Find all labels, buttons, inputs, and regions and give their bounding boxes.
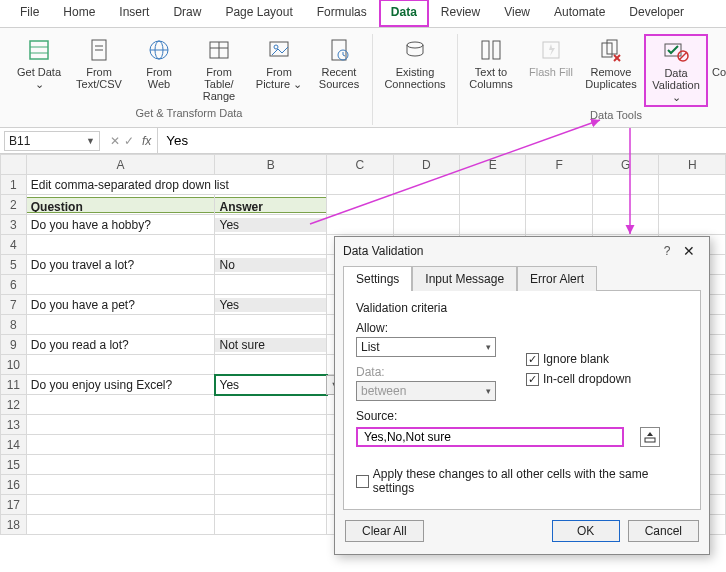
- cell[interactable]: [526, 195, 592, 215]
- cell[interactable]: Do you have a pet?: [26, 295, 215, 315]
- tab-developer[interactable]: Developer: [617, 0, 696, 27]
- cell[interactable]: [26, 415, 215, 435]
- row-header[interactable]: 14: [1, 435, 27, 455]
- col-header-D[interactable]: D: [393, 155, 459, 175]
- row-header[interactable]: 10: [1, 355, 27, 375]
- cell[interactable]: [215, 275, 327, 295]
- tab-automate[interactable]: Automate: [542, 0, 617, 27]
- from-web-button[interactable]: From Web: [132, 34, 186, 105]
- cell[interactable]: [592, 195, 658, 215]
- tab-review[interactable]: Review: [429, 0, 492, 27]
- cell[interactable]: Do you read a lot?: [26, 335, 215, 355]
- incell-dropdown-checkbox[interactable]: ✓ In-cell dropdown: [526, 372, 631, 386]
- row-header[interactable]: 13: [1, 415, 27, 435]
- tab-input-message[interactable]: Input Message: [412, 266, 517, 291]
- cell[interactable]: [459, 215, 525, 235]
- dialog-titlebar[interactable]: Data Validation ? ✕: [335, 237, 709, 265]
- cell[interactable]: [215, 435, 327, 455]
- row-header[interactable]: 8: [1, 315, 27, 335]
- cell[interactable]: [215, 495, 327, 515]
- row-header[interactable]: 12: [1, 395, 27, 415]
- cell[interactable]: [592, 215, 658, 235]
- cell-title[interactable]: Edit comma-separated drop down list: [26, 175, 326, 195]
- data-validation-button[interactable]: Data Validation ⌄: [644, 34, 708, 107]
- row-header[interactable]: 17: [1, 495, 27, 515]
- cell[interactable]: [215, 355, 327, 375]
- existing-connections-button[interactable]: Existing Connections: [379, 34, 451, 93]
- cell[interactable]: [26, 455, 215, 475]
- help-button[interactable]: ?: [657, 244, 677, 258]
- col-header-G[interactable]: G: [592, 155, 658, 175]
- row-header[interactable]: 1: [1, 175, 27, 195]
- col-header-F[interactable]: F: [526, 155, 592, 175]
- cell[interactable]: [215, 515, 327, 535]
- close-icon[interactable]: ✕: [677, 243, 701, 259]
- cell[interactable]: [215, 235, 327, 255]
- cell[interactable]: [393, 175, 459, 195]
- row-header[interactable]: 11: [1, 375, 27, 395]
- cell[interactable]: [26, 235, 215, 255]
- ok-button[interactable]: OK: [552, 520, 620, 542]
- tab-settings[interactable]: Settings: [343, 266, 412, 291]
- cell[interactable]: [526, 215, 592, 235]
- cell[interactable]: [459, 195, 525, 215]
- cancel-entry-icon[interactable]: ✕: [110, 134, 120, 148]
- recent-sources-button[interactable]: Recent Sources: [312, 34, 366, 105]
- cell-header-question[interactable]: Question: [26, 195, 215, 215]
- col-header-C[interactable]: C: [327, 155, 393, 175]
- range-picker-button[interactable]: [640, 427, 660, 447]
- row-header[interactable]: 7: [1, 295, 27, 315]
- name-box[interactable]: B11 ▼: [4, 131, 100, 151]
- formula-input[interactable]: [158, 128, 726, 153]
- cell[interactable]: Do you have a hobby?: [26, 215, 215, 235]
- source-input[interactable]: [362, 429, 618, 445]
- flash-fill-button[interactable]: Flash Fill: [524, 34, 578, 107]
- row-header[interactable]: 18: [1, 515, 27, 535]
- cell[interactable]: Do you travel a lot?: [26, 255, 215, 275]
- col-header-E[interactable]: E: [459, 155, 525, 175]
- fx-icon[interactable]: fx: [142, 134, 151, 148]
- cell-answer[interactable]: Yes: [215, 295, 327, 315]
- cell[interactable]: [526, 175, 592, 195]
- cell[interactable]: [215, 315, 327, 335]
- clear-all-button[interactable]: Clear All: [345, 520, 424, 542]
- row-header[interactable]: 2: [1, 195, 27, 215]
- cancel-button[interactable]: Cancel: [628, 520, 699, 542]
- tab-view[interactable]: View: [492, 0, 542, 27]
- cell[interactable]: [327, 195, 393, 215]
- cell-selected[interactable]: Yes ▼: [215, 375, 327, 395]
- from-table-range-button[interactable]: From Table/ Range: [192, 34, 246, 105]
- allow-select[interactable]: List ▾: [356, 337, 496, 357]
- cell-answer[interactable]: No: [215, 255, 327, 275]
- cell[interactable]: [327, 215, 393, 235]
- cell[interactable]: [215, 415, 327, 435]
- row-header[interactable]: 16: [1, 475, 27, 495]
- cell[interactable]: [659, 195, 726, 215]
- cell[interactable]: [26, 355, 215, 375]
- consolidate-button[interactable]: Consolidate: [714, 34, 726, 107]
- cell[interactable]: [459, 175, 525, 195]
- cell[interactable]: [215, 455, 327, 475]
- cell[interactable]: [393, 195, 459, 215]
- cell[interactable]: [393, 215, 459, 235]
- cell-header-answer[interactable]: Answer: [215, 195, 327, 215]
- cell[interactable]: [26, 395, 215, 415]
- cell-answer[interactable]: Not sure: [215, 335, 327, 355]
- text-to-columns-button[interactable]: Text to Columns: [464, 34, 518, 107]
- tab-page-layout[interactable]: Page Layout: [213, 0, 304, 27]
- col-header-A[interactable]: A: [26, 155, 215, 175]
- ignore-blank-checkbox[interactable]: ✓ Ignore blank: [526, 352, 631, 366]
- cell[interactable]: [659, 215, 726, 235]
- tab-insert[interactable]: Insert: [107, 0, 161, 27]
- row-header[interactable]: 5: [1, 255, 27, 275]
- enter-entry-icon[interactable]: ✓: [124, 134, 134, 148]
- tab-data[interactable]: Data: [379, 0, 429, 27]
- from-picture-button[interactable]: From Picture ⌄: [252, 34, 306, 105]
- cell[interactable]: [26, 495, 215, 515]
- col-header-H[interactable]: H: [659, 155, 726, 175]
- cell[interactable]: Do you enjoy using Excel?: [26, 375, 215, 395]
- row-header[interactable]: 4: [1, 235, 27, 255]
- apply-all-checkbox[interactable]: Apply these changes to all other cells w…: [356, 467, 688, 495]
- row-header[interactable]: 15: [1, 455, 27, 475]
- get-data-button[interactable]: Get Data ⌄: [12, 34, 66, 105]
